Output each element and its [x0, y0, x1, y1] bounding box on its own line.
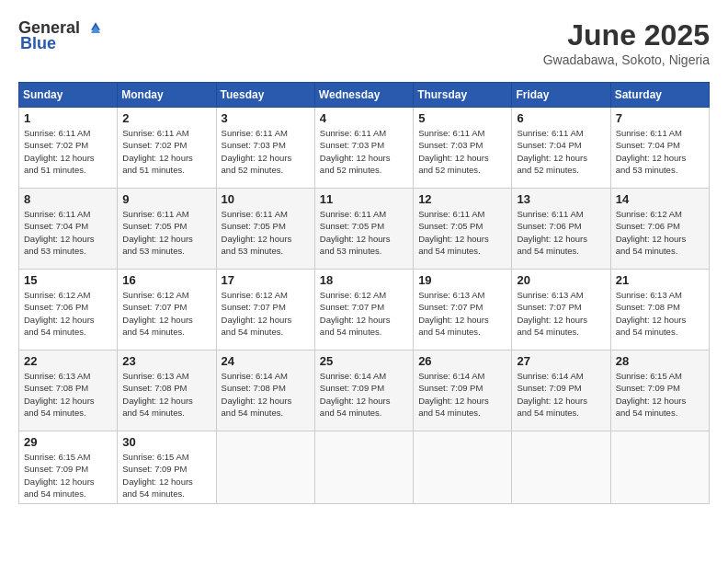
- logo-blue: Blue: [20, 34, 56, 53]
- weekday-header: Tuesday: [216, 83, 314, 108]
- calendar-cell: 13Sunrise: 6:11 AM Sunset: 7:06 PM Dayli…: [512, 189, 610, 270]
- day-number: 28: [616, 354, 704, 368]
- day-number: 2: [122, 111, 210, 125]
- day-info: Sunrise: 6:11 AM Sunset: 7:05 PM Dayligh…: [418, 208, 506, 257]
- calendar-cell: 20Sunrise: 6:13 AM Sunset: 7:07 PM Dayli…: [512, 270, 610, 350]
- day-info: Sunrise: 6:12 AM Sunset: 7:07 PM Dayligh…: [122, 289, 210, 338]
- day-info: Sunrise: 6:15 AM Sunset: 7:09 PM Dayligh…: [24, 451, 112, 500]
- day-number: 3: [222, 111, 310, 125]
- weekday-header: Thursday: [414, 83, 512, 108]
- day-info: Sunrise: 6:12 AM Sunset: 7:06 PM Dayligh…: [616, 208, 704, 257]
- day-info: Sunrise: 6:11 AM Sunset: 7:02 PM Dayligh…: [122, 127, 210, 176]
- weekday-header: Saturday: [610, 83, 709, 108]
- day-number: 4: [320, 111, 408, 125]
- weekday-header: Sunday: [19, 83, 118, 108]
- weekday-header: Monday: [118, 83, 216, 108]
- day-info: Sunrise: 6:14 AM Sunset: 7:09 PM Dayligh…: [320, 370, 408, 419]
- calendar-cell: 4Sunrise: 6:11 AM Sunset: 7:03 PM Daylig…: [314, 108, 413, 189]
- calendar-cell: 6Sunrise: 6:11 AM Sunset: 7:04 PM Daylig…: [512, 108, 610, 189]
- day-info: Sunrise: 6:14 AM Sunset: 7:08 PM Dayligh…: [222, 370, 310, 419]
- calendar-cell: 19Sunrise: 6:13 AM Sunset: 7:07 PM Dayli…: [414, 270, 512, 350]
- day-info: Sunrise: 6:11 AM Sunset: 7:04 PM Dayligh…: [517, 127, 605, 176]
- calendar-cell: 1Sunrise: 6:11 AM Sunset: 7:02 PM Daylig…: [19, 108, 118, 189]
- day-number: 9: [122, 192, 210, 206]
- day-info: Sunrise: 6:13 AM Sunset: 7:07 PM Dayligh…: [517, 289, 605, 338]
- calendar: SundayMondayTuesdayWednesdayThursdayFrid…: [18, 82, 710, 504]
- calendar-cell: 28Sunrise: 6:15 AM Sunset: 7:09 PM Dayli…: [610, 350, 709, 431]
- day-number: 13: [517, 192, 605, 206]
- day-number: 10: [222, 192, 310, 206]
- day-info: Sunrise: 6:11 AM Sunset: 7:06 PM Dayligh…: [517, 208, 605, 257]
- day-info: Sunrise: 6:14 AM Sunset: 7:09 PM Dayligh…: [418, 370, 506, 419]
- day-info: Sunrise: 6:14 AM Sunset: 7:09 PM Dayligh…: [517, 370, 605, 419]
- calendar-cell: 24Sunrise: 6:14 AM Sunset: 7:08 PM Dayli…: [216, 350, 314, 431]
- calendar-cell: [610, 431, 709, 504]
- day-info: Sunrise: 6:13 AM Sunset: 7:07 PM Dayligh…: [418, 289, 506, 338]
- calendar-cell: 26Sunrise: 6:14 AM Sunset: 7:09 PM Dayli…: [414, 350, 512, 431]
- day-info: Sunrise: 6:11 AM Sunset: 7:05 PM Dayligh…: [222, 208, 310, 257]
- calendar-cell: 22Sunrise: 6:13 AM Sunset: 7:08 PM Dayli…: [19, 350, 118, 431]
- day-info: Sunrise: 6:11 AM Sunset: 7:05 PM Dayligh…: [320, 208, 408, 257]
- day-info: Sunrise: 6:15 AM Sunset: 7:09 PM Dayligh…: [122, 451, 210, 500]
- day-info: Sunrise: 6:15 AM Sunset: 7:09 PM Dayligh…: [616, 370, 704, 419]
- day-info: Sunrise: 6:11 AM Sunset: 7:04 PM Dayligh…: [616, 127, 704, 176]
- logo-icon: [82, 19, 100, 38]
- location: Gwadabawa, Sokoto, Nigeria: [543, 52, 710, 67]
- weekday-header: Wednesday: [314, 83, 413, 108]
- day-info: Sunrise: 6:13 AM Sunset: 7:08 PM Dayligh…: [122, 370, 210, 419]
- day-info: Sunrise: 6:11 AM Sunset: 7:03 PM Dayligh…: [222, 127, 310, 176]
- day-number: 15: [24, 273, 112, 287]
- calendar-cell: 8Sunrise: 6:11 AM Sunset: 7:04 PM Daylig…: [19, 189, 118, 270]
- day-number: 19: [418, 273, 506, 287]
- month-title: June 2025: [543, 18, 710, 52]
- calendar-cell: [414, 431, 512, 504]
- day-number: 11: [320, 192, 408, 206]
- title-block: June 2025 Gwadabawa, Sokoto, Nigeria: [543, 18, 710, 67]
- calendar-cell: 10Sunrise: 6:11 AM Sunset: 7:05 PM Dayli…: [216, 189, 314, 270]
- calendar-cell: 27Sunrise: 6:14 AM Sunset: 7:09 PM Dayli…: [512, 350, 610, 431]
- day-number: 14: [616, 192, 704, 206]
- calendar-cell: 18Sunrise: 6:12 AM Sunset: 7:07 PM Dayli…: [314, 270, 413, 350]
- day-number: 6: [517, 111, 605, 125]
- day-info: Sunrise: 6:13 AM Sunset: 7:08 PM Dayligh…: [24, 370, 112, 419]
- calendar-cell: 12Sunrise: 6:11 AM Sunset: 7:05 PM Dayli…: [414, 189, 512, 270]
- calendar-cell: [216, 431, 314, 504]
- day-info: Sunrise: 6:11 AM Sunset: 7:05 PM Dayligh…: [122, 208, 210, 257]
- day-number: 12: [418, 192, 506, 206]
- calendar-cell: 30Sunrise: 6:15 AM Sunset: 7:09 PM Dayli…: [118, 431, 216, 504]
- calendar-cell: 14Sunrise: 6:12 AM Sunset: 7:06 PM Dayli…: [610, 189, 709, 270]
- day-info: Sunrise: 6:11 AM Sunset: 7:02 PM Dayligh…: [24, 127, 112, 176]
- logo: General Blue: [18, 18, 100, 53]
- calendar-cell: 21Sunrise: 6:13 AM Sunset: 7:08 PM Dayli…: [610, 270, 709, 350]
- calendar-cell: 3Sunrise: 6:11 AM Sunset: 7:03 PM Daylig…: [216, 108, 314, 189]
- day-info: Sunrise: 6:12 AM Sunset: 7:07 PM Dayligh…: [222, 289, 310, 338]
- calendar-cell: 16Sunrise: 6:12 AM Sunset: 7:07 PM Dayli…: [118, 270, 216, 350]
- day-number: 23: [122, 354, 210, 368]
- calendar-cell: 25Sunrise: 6:14 AM Sunset: 7:09 PM Dayli…: [314, 350, 413, 431]
- calendar-cell: 5Sunrise: 6:11 AM Sunset: 7:03 PM Daylig…: [414, 108, 512, 189]
- calendar-cell: 11Sunrise: 6:11 AM Sunset: 7:05 PM Dayli…: [314, 189, 413, 270]
- day-number: 5: [418, 111, 506, 125]
- calendar-cell: 7Sunrise: 6:11 AM Sunset: 7:04 PM Daylig…: [610, 108, 709, 189]
- day-number: 8: [24, 192, 112, 206]
- day-number: 20: [517, 273, 605, 287]
- day-number: 26: [418, 354, 506, 368]
- day-number: 18: [320, 273, 408, 287]
- day-number: 22: [24, 354, 112, 368]
- day-number: 25: [320, 354, 408, 368]
- day-info: Sunrise: 6:12 AM Sunset: 7:07 PM Dayligh…: [320, 289, 408, 338]
- calendar-cell: 17Sunrise: 6:12 AM Sunset: 7:07 PM Dayli…: [216, 270, 314, 350]
- calendar-cell: 23Sunrise: 6:13 AM Sunset: 7:08 PM Dayli…: [118, 350, 216, 431]
- day-info: Sunrise: 6:11 AM Sunset: 7:03 PM Dayligh…: [418, 127, 506, 176]
- calendar-cell: 2Sunrise: 6:11 AM Sunset: 7:02 PM Daylig…: [118, 108, 216, 189]
- day-info: Sunrise: 6:12 AM Sunset: 7:06 PM Dayligh…: [24, 289, 112, 338]
- day-number: 21: [616, 273, 704, 287]
- day-number: 24: [222, 354, 310, 368]
- calendar-cell: [512, 431, 610, 504]
- day-number: 17: [222, 273, 310, 287]
- day-info: Sunrise: 6:11 AM Sunset: 7:03 PM Dayligh…: [320, 127, 408, 176]
- weekday-header: Friday: [512, 83, 610, 108]
- day-number: 1: [24, 111, 112, 125]
- calendar-cell: [314, 431, 413, 504]
- day-number: 16: [122, 273, 210, 287]
